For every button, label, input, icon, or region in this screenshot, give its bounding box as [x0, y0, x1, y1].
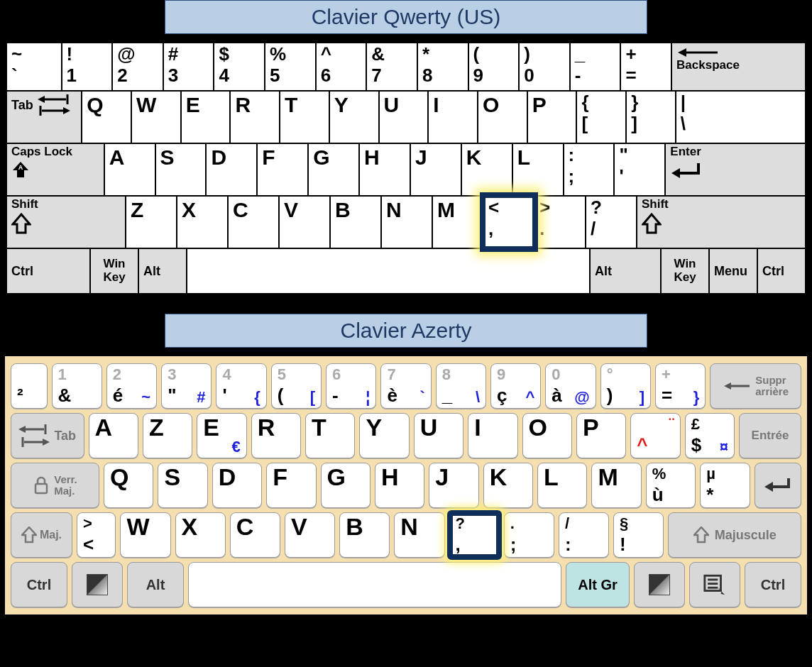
- key-ah[interactable]: H: [375, 463, 424, 508]
- shift-left-key[interactable]: Shift: [6, 196, 126, 248]
- key-a-mu[interactable]: µ*: [700, 463, 750, 508]
- ctrl-left-key[interactable]: Ctrl: [6, 248, 90, 294]
- key-an[interactable]: N: [394, 512, 444, 558]
- key-bracket-close[interactable]: }]: [626, 91, 676, 143]
- key-a-comma[interactable]: ?,: [449, 512, 500, 558]
- key-x[interactable]: X: [177, 196, 228, 248]
- key-a-percent[interactable]: %ù: [646, 463, 696, 508]
- shift-left-key[interactable]: Maj.: [11, 512, 72, 558]
- key-5[interactable]: %5: [265, 43, 316, 91]
- key-k[interactable]: K: [461, 143, 512, 196]
- ctrl-right-key[interactable]: Ctrl: [745, 562, 801, 607]
- key-n[interactable]: N: [381, 196, 432, 248]
- key-a-equals[interactable]: +=}: [655, 363, 706, 409]
- tab-key[interactable]: Tab: [11, 413, 84, 458]
- key-ai[interactable]: I: [468, 413, 517, 458]
- key-v[interactable]: V: [279, 196, 330, 248]
- space-key[interactable]: [187, 248, 590, 294]
- key-backslash[interactable]: |\: [676, 91, 806, 143]
- shift-right-key[interactable]: Shift: [637, 196, 806, 248]
- key-bracket-open[interactable]: {[: [576, 91, 626, 143]
- enter-key-bottom[interactable]: [755, 463, 801, 508]
- key-ap[interactable]: P: [576, 413, 626, 458]
- key-a-ltgt[interactable]: ><: [77, 512, 116, 558]
- key-period[interactable]: >.: [534, 196, 586, 248]
- key-aa[interactable]: A: [89, 413, 138, 458]
- key-aq[interactable]: Q: [104, 463, 153, 508]
- alt-left-key[interactable]: Alt: [138, 248, 187, 294]
- key-b[interactable]: B: [330, 196, 381, 248]
- key-q[interactable]: Q: [82, 91, 131, 143]
- win-left-key[interactable]: Win Key: [90, 248, 138, 294]
- key-at[interactable]: T: [305, 413, 355, 458]
- key-g[interactable]: G: [308, 143, 359, 196]
- key-ab[interactable]: B: [339, 512, 390, 558]
- key-a6[interactable]: 6-¦: [326, 363, 376, 409]
- key-a1[interactable]: 1&: [52, 363, 102, 409]
- capslock-key[interactable]: Caps LockA: [6, 143, 104, 196]
- key-p[interactable]: P: [527, 91, 577, 143]
- key-j[interactable]: J: [410, 143, 461, 196]
- key-4[interactable]: $4: [214, 43, 265, 91]
- key-a-paren[interactable]: °)]: [600, 363, 651, 409]
- key-aj[interactable]: J: [429, 463, 478, 508]
- key-af[interactable]: F: [266, 463, 316, 508]
- key-o[interactable]: O: [478, 91, 527, 143]
- key-t[interactable]: T: [280, 91, 329, 143]
- key-ae[interactable]: E€: [197, 413, 246, 458]
- key-equals[interactable]: +=: [620, 43, 671, 91]
- key-semicolon[interactable]: :;: [564, 143, 615, 196]
- key-1[interactable]: !1: [62, 43, 113, 91]
- ctrl-right-key[interactable]: Ctrl: [757, 248, 806, 294]
- shift-right-key[interactable]: Majuscule: [668, 512, 801, 558]
- key-as[interactable]: S: [158, 463, 207, 508]
- ctrl-left-key[interactable]: Ctrl: [11, 562, 67, 607]
- key-w[interactable]: W: [131, 91, 181, 143]
- key-aw[interactable]: W: [120, 512, 170, 558]
- tab-key[interactable]: Tab: [6, 91, 82, 143]
- key-l[interactable]: L: [512, 143, 564, 196]
- key-a[interactable]: A: [104, 143, 155, 196]
- key-squared[interactable]: ²: [11, 363, 48, 409]
- key-a9[interactable]: 9ç^: [490, 363, 541, 409]
- enter-key[interactable]: Enter: [665, 143, 806, 196]
- key-9[interactable]: (9: [468, 43, 520, 91]
- key-av[interactable]: V: [285, 512, 335, 558]
- key-y[interactable]: Y: [329, 91, 379, 143]
- key-a2[interactable]: 2é~: [106, 363, 157, 409]
- key-comma[interactable]: <,: [483, 196, 534, 248]
- key-a0[interactable]: 0à@: [545, 363, 596, 409]
- key-3[interactable]: #3: [163, 43, 214, 91]
- key-d[interactable]: D: [206, 143, 257, 196]
- key-ax[interactable]: X: [175, 512, 226, 558]
- key-6[interactable]: ^6: [316, 43, 367, 91]
- key-am[interactable]: M: [591, 463, 641, 508]
- key-a4[interactable]: 4'{: [216, 363, 266, 409]
- key-backtick[interactable]: ~`: [6, 43, 62, 91]
- capslock-key[interactable]: Verr.Maj.: [11, 463, 99, 508]
- key-i[interactable]: I: [428, 91, 478, 143]
- enter-key-top[interactable]: Entrée: [739, 413, 801, 458]
- key-a7[interactable]: 7è`: [380, 363, 431, 409]
- key-a-semi[interactable]: .;: [504, 512, 554, 558]
- key-m[interactable]: M: [432, 196, 483, 248]
- key-a3[interactable]: 3"#: [161, 363, 212, 409]
- key-c[interactable]: C: [228, 196, 279, 248]
- key-minus[interactable]: _-: [570, 43, 621, 91]
- key-r[interactable]: R: [230, 91, 280, 143]
- key-a8[interactable]: 8_\: [436, 363, 486, 409]
- key-a-excl[interactable]: §!: [613, 512, 664, 558]
- key-7[interactable]: &7: [366, 43, 417, 91]
- key-ay[interactable]: Y: [359, 413, 409, 458]
- key-a-colon[interactable]: /:: [559, 512, 609, 558]
- key-au[interactable]: U: [414, 413, 463, 458]
- key-a5[interactable]: 5([: [271, 363, 322, 409]
- key-ao[interactable]: O: [522, 413, 572, 458]
- win-right-key[interactable]: [634, 562, 685, 607]
- space-key[interactable]: [188, 562, 561, 607]
- key-h[interactable]: H: [359, 143, 410, 196]
- backspace-key[interactable]: Supprarrière: [710, 363, 801, 409]
- menu-key[interactable]: [689, 562, 740, 607]
- key-ag[interactable]: G: [321, 463, 371, 508]
- key-a-dollar[interactable]: £$¤: [685, 413, 735, 458]
